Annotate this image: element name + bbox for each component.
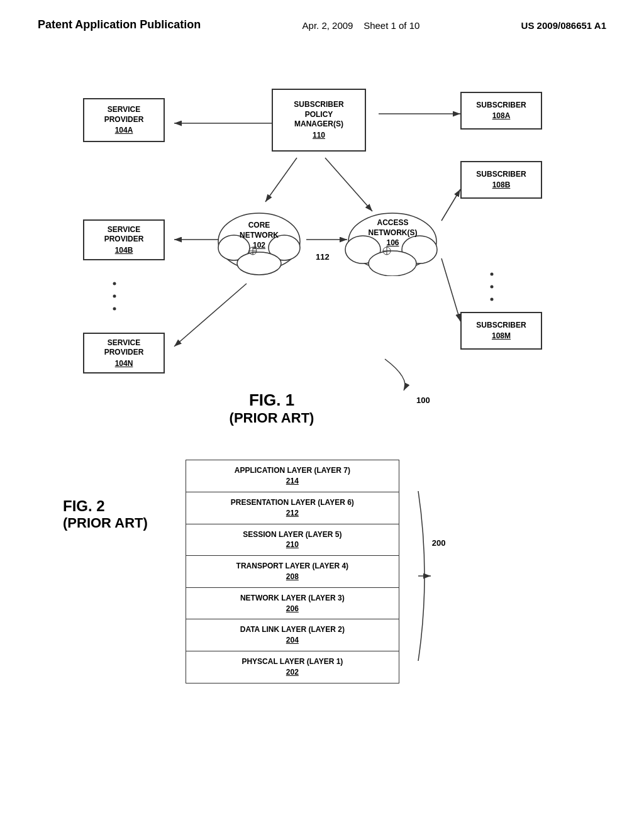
svg-line-2 (325, 158, 372, 211)
osi-layer-row: APPLICATION LAYER (LAYER 7)214 (186, 460, 399, 492)
patent-number: US 2009/086651 A1 (521, 18, 606, 31)
access-network-cloud: ACCESSNETWORK(S) 106 (344, 207, 441, 276)
osi-layer-row: DATA LINK LAYER (LAYER 2)204 (186, 619, 399, 651)
s108b-ref: 108B (492, 180, 511, 191)
publication-date: Apr. 2, 2009 (303, 20, 353, 31)
svg-point-14 (491, 298, 494, 301)
sp104b-label: SERVICEPROVIDER (104, 225, 144, 245)
sp104a-ref: 104A (115, 126, 133, 136)
svg-point-9 (113, 282, 116, 285)
layer-ref: 210 (190, 540, 395, 550)
fig2-label: FIG. 2 (PRIOR ART) (63, 460, 148, 531)
layer-ref: 212 (190, 508, 395, 519)
s108a-label: SUBSCRIBER (476, 101, 526, 111)
layer-ref: 214 (190, 476, 395, 487)
sp104n-ref: 104N (115, 359, 133, 369)
main-content: SUBSCRIBER 108A arrow right --> ACCESS N… (0, 38, 644, 695)
fig1-diagram: SUBSCRIBER 108A arrow right --> ACCESS N… (52, 51, 592, 441)
publication-title: Patent Application Publication (38, 18, 201, 32)
service-provider-104a: SERVICEPROVIDER 104A (83, 98, 165, 142)
policy-manager-110: SUBSCRIBERPOLICYMANAGER(S) 110 (272, 89, 366, 152)
svg-line-3 (265, 158, 297, 202)
header-date-sheet: Apr. 2, 2009 Sheet 1 of 10 (303, 18, 420, 31)
osi-layer-row: TRANSPORT LAYER (LAYER 4)208 (186, 556, 399, 588)
fig1-ref-100: 100 (416, 396, 430, 405)
link-label-112: 112 (316, 252, 330, 262)
fig2-subtitle: (PRIOR ART) (63, 515, 148, 531)
s108m-ref: 108M (492, 331, 511, 341)
svg-line-7 (441, 258, 460, 321)
layer-label: PRESENTATION LAYER (LAYER 6) (231, 498, 354, 507)
fig2-ref-200: 200 (432, 538, 446, 548)
svg-point-10 (113, 295, 116, 298)
s108m-label: SUBSCRIBER (476, 321, 526, 331)
layer-label: DATA LINK LAYER (LAYER 2) (240, 625, 345, 634)
layer-label: PHYSCAL LAYER (LAYER 1) (242, 657, 343, 666)
pm110-ref: 110 (313, 131, 325, 141)
svg-point-13 (491, 285, 494, 289)
sp104a-label: SERVICEPROVIDER (104, 105, 144, 124)
osi-layers-table: APPLICATION LAYER (LAYER 7)214PRESENTATI… (186, 460, 399, 683)
fig2-section: FIG. 2 (PRIOR ART) APPLICATION LAYER (LA… (38, 460, 606, 683)
sheet-info: Sheet 1 of 10 (364, 20, 419, 31)
svg-point-19 (237, 252, 281, 275)
fig1-title: FIG. 1 (190, 390, 353, 410)
svg-point-11 (113, 307, 116, 311)
access-network-label: ACCESSNETWORK(S) (369, 218, 418, 237)
s108b-label: SUBSCRIBER (476, 170, 526, 180)
svg-line-8 (174, 284, 247, 346)
core-network-label: CORENETWORK (240, 221, 279, 240)
svg-point-12 (491, 273, 494, 276)
s108a-ref: 108A (492, 111, 511, 121)
svg-point-26 (369, 251, 416, 276)
svg-line-6 (441, 189, 460, 221)
osi-layer-row: PHYSCAL LAYER (LAYER 1)202 (186, 651, 399, 683)
access-network-ref: 106 (386, 238, 399, 247)
layer-label: TRANSPORT LAYER (LAYER 4) (236, 562, 348, 570)
core-network-cloud: CORENETWORK 102 (215, 207, 303, 276)
fig2-brace-area: 200 (412, 460, 462, 663)
layer-ref: 202 (190, 667, 395, 678)
osi-layer-row: NETWORK LAYER (LAYER 3)206 (186, 587, 399, 619)
layer-ref: 206 (190, 604, 395, 614)
subscriber-108b: SUBSCRIBER 108B (460, 161, 542, 199)
layer-label: NETWORK LAYER (LAYER 3) (240, 594, 345, 602)
layer-ref: 204 (190, 635, 395, 646)
page-header: Patent Application Publication Apr. 2, 2… (0, 0, 644, 38)
osi-layer-row: PRESENTATION LAYER (LAYER 6)212 (186, 492, 399, 524)
sp104n-label: SERVICEPROVIDER (104, 338, 144, 358)
fig2-brace-svg (412, 485, 450, 661)
sp104b-ref: 104B (115, 246, 133, 256)
fig1-subtitle: (PRIOR ART) (190, 410, 353, 426)
service-provider-104n: SERVICEPROVIDER 104N (83, 333, 165, 374)
core-network-ref: 102 (253, 241, 265, 250)
layer-label: SESSION LAYER (LAYER 5) (243, 530, 341, 539)
layer-label: APPLICATION LAYER (LAYER 7) (235, 466, 350, 475)
layer-ref: 208 (190, 572, 395, 582)
service-provider-104b: SERVICEPROVIDER 104B (83, 219, 165, 260)
subscriber-108m: SUBSCRIBER 108M (460, 312, 542, 350)
osi-layer-row: SESSION LAYER (LAYER 5)210 (186, 524, 399, 556)
pm110-label: SUBSCRIBERPOLICYMANAGER(S) (294, 100, 343, 130)
fig2-title: FIG. 2 (63, 497, 148, 515)
subscriber-108a: SUBSCRIBER 108A (460, 92, 542, 130)
